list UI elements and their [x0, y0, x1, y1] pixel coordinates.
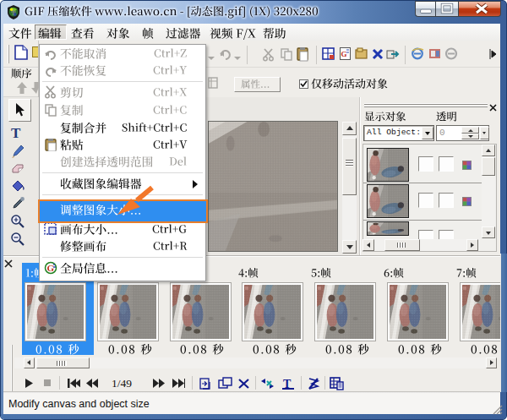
svg-text:G: G: [341, 50, 347, 58]
